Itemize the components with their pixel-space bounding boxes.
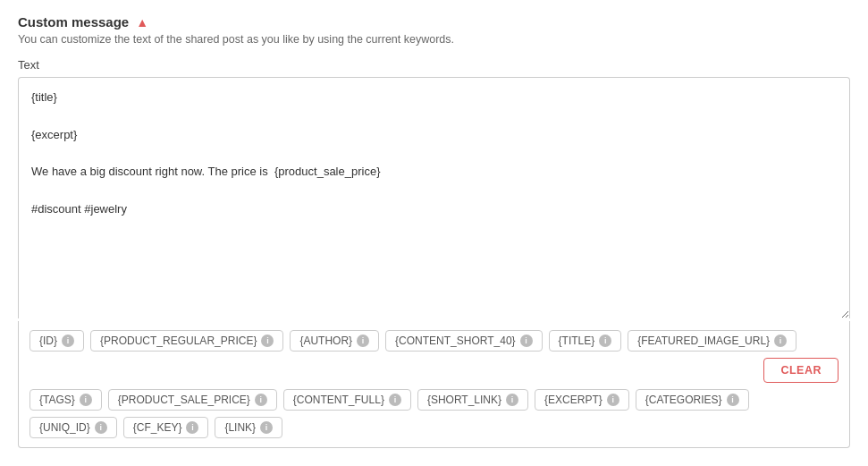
keyword-tag-tags[interactable]: {TAGS} i [29, 389, 102, 411]
info-icon-tags[interactable]: i [80, 394, 92, 406]
info-icon-title[interactable]: i [599, 335, 611, 347]
info-icon-content-short-40[interactable]: i [520, 335, 533, 347]
keyword-label-short-link: {SHORT_LINK} [427, 394, 501, 406]
keyword-tag-uniq-id[interactable]: {UNIQ_ID} i [29, 417, 117, 438]
section-subtitle: You can customize the text of the shared… [18, 33, 850, 46]
keyword-label-product-sale-price: {PRODUCT_SALE_PRICE} [118, 394, 250, 406]
section-title: Custom message [18, 14, 129, 30]
info-icon-short-link[interactable]: i [506, 394, 518, 406]
info-icon-product-regular-price[interactable]: i [261, 335, 274, 347]
keyword-label-cf-key: {CF_KEY} [133, 421, 182, 434]
keyword-label-link: {LINK} [224, 421, 256, 434]
info-icon-link[interactable]: i [260, 421, 273, 434]
keyword-tag-id[interactable]: {ID} i [29, 330, 84, 352]
keyword-tag-product-sale-price[interactable]: {PRODUCT_SALE_PRICE} i [108, 389, 277, 411]
message-textarea-wrapper: {title} {excerpt} We have a big discount… [18, 77, 850, 321]
keyword-label-uniq-id: {UNIQ_ID} [39, 421, 90, 434]
keyword-tag-excerpt[interactable]: {EXCERPT} i [535, 389, 629, 411]
keyword-tag-featured-image-url[interactable]: {FEATURED_IMAGE_URL} i [628, 330, 796, 352]
keyword-label-id: {ID} [39, 335, 57, 347]
info-icon-cf-key[interactable]: i [186, 421, 198, 434]
info-icon-author[interactable]: i [357, 335, 369, 347]
clear-button[interactable]: CLEAR [763, 358, 839, 383]
keyword-row-2: {TAGS} i {PRODUCT_SALE_PRICE} i {CONTENT… [29, 389, 839, 411]
keyword-label-featured-image-url: {FEATURED_IMAGE_URL} [637, 335, 770, 347]
keyword-tag-link[interactable]: {LINK} i [215, 417, 282, 438]
keyword-label-excerpt: {EXCERPT} [544, 394, 603, 406]
info-icon-featured-image-url[interactable]: i [774, 335, 787, 347]
text-field-section: Text {title} {excerpt} We have a big dis… [18, 58, 850, 448]
keyword-label-content-short-40: {CONTENT_SHORT_40} [395, 335, 516, 347]
keyword-tag-short-link[interactable]: {SHORT_LINK} i [417, 389, 528, 411]
keyword-label-content-full: {CONTENT_FULL} [293, 394, 384, 406]
keyword-tag-author[interactable]: {AUTHOR} i [290, 330, 379, 352]
keywords-area: {ID} i {PRODUCT_REGULAR_PRICE} i {AUTHOR… [18, 321, 850, 448]
keyword-tag-cf-key[interactable]: {CF_KEY} i [123, 417, 209, 438]
info-icon-uniq-id[interactable]: i [95, 421, 107, 434]
info-icon-categories[interactable]: i [727, 394, 739, 406]
keyword-row-1: {ID} i {PRODUCT_REGULAR_PRICE} i {AUTHOR… [29, 330, 839, 383]
keyword-tag-product-regular-price[interactable]: {PRODUCT_REGULAR_PRICE} i [90, 330, 283, 352]
keyword-label-tags: {TAGS} [39, 394, 75, 406]
info-icon-product-sale-price[interactable]: i [255, 394, 267, 406]
text-label: Text [18, 58, 850, 72]
keyword-label-categories: {CATEGORIES} [645, 394, 722, 406]
keyword-label-author: {AUTHOR} [299, 335, 352, 347]
section-header: Custom message ▲ [18, 14, 850, 30]
info-icon-content-full[interactable]: i [389, 394, 401, 406]
keyword-label-product-regular-price: {PRODUCT_REGULAR_PRICE} [100, 335, 257, 347]
info-icon-id[interactable]: i [62, 335, 74, 347]
keyword-tag-content-short-40[interactable]: {CONTENT_SHORT_40} i [385, 330, 543, 352]
keyword-row-3: {UNIQ_ID} i {CF_KEY} i {LINK} i [29, 417, 839, 438]
collapse-icon[interactable]: ▲ [136, 16, 148, 29]
info-icon-excerpt[interactable]: i [607, 394, 619, 406]
keyword-label-title: {TITLE} [559, 335, 595, 347]
keyword-tag-content-full[interactable]: {CONTENT_FULL} i [283, 389, 411, 411]
keyword-tag-categories[interactable]: {CATEGORIES} i [636, 389, 749, 411]
keyword-tag-title[interactable]: {TITLE} i [549, 330, 622, 352]
message-textarea[interactable]: {title} {excerpt} We have a big discount… [18, 77, 850, 318]
